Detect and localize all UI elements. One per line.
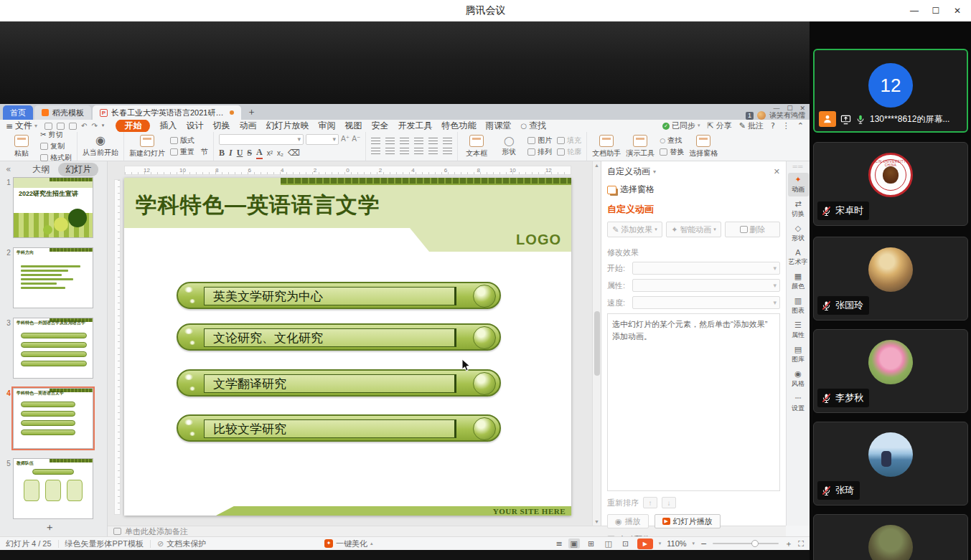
distribute-icon[interactable]: [428, 148, 438, 155]
template-name[interactable]: 绿色矢量形体PPT模板: [65, 538, 144, 549]
add-slide-button[interactable]: ＋: [44, 521, 55, 534]
slide-sorter-view-button[interactable]: ⊞: [586, 538, 597, 549]
participant-tile-screen-share[interactable]: 12 130****8612的屏幕...: [813, 49, 968, 133]
tab-animation[interactable]: 动画: [239, 120, 256, 132]
sidetool-shape[interactable]: ◇形状: [788, 222, 809, 245]
line-spacing-icon[interactable]: [428, 138, 438, 145]
document-protection-status[interactable]: 文档未保护: [166, 538, 206, 549]
slide-3-thumbnail[interactable]: 学科特色—外国语言学及应用语言学: [13, 318, 93, 379]
zoom-level[interactable]: 110%: [667, 539, 686, 548]
sidetool-chart[interactable]: ▥图表: [788, 294, 809, 318]
sidetool-color[interactable]: ▦颜色: [788, 270, 809, 293]
tab-devtools[interactable]: 开发工具: [398, 120, 432, 132]
reset-button[interactable]: 重置节: [170, 147, 208, 157]
layout-button[interactable]: 版式: [170, 136, 208, 146]
tab-view[interactable]: 视图: [344, 120, 362, 132]
print-preview-icon[interactable]: [69, 123, 77, 130]
start-select[interactable]: ▾: [632, 262, 780, 275]
font-family-select[interactable]: ▾: [219, 134, 304, 145]
tab-transition[interactable]: 切换: [212, 120, 230, 132]
tab-document-active[interactable]: P 长春工业大学英语语言2021研究生宣讲: [93, 105, 241, 120]
drag-handle-icon[interactable]: ══: [793, 163, 804, 170]
underline-button[interactable]: U: [237, 148, 243, 158]
paste-button[interactable]: 粘贴: [8, 135, 35, 158]
collapse-ribbon-icon[interactable]: ⌃: [797, 122, 804, 130]
add-effect-button[interactable]: ✎添加效果▾: [607, 222, 662, 237]
smart-animation-button[interactable]: ✦智能动画▾: [666, 222, 721, 237]
tab-insert[interactable]: 插入: [159, 120, 177, 132]
close-pane-icon[interactable]: ✕: [774, 167, 780, 176]
slide-canvas[interactable]: 12108 642 024 6810 12 学科特色—英语语言文学: [108, 161, 601, 526]
slide-1-thumbnail[interactable]: 2022研究生招生宣讲: [13, 177, 93, 238]
collapse-panel-icon[interactable]: «: [6, 165, 11, 174]
canvas-scrollbar[interactable]: ▲ ▼: [592, 161, 601, 526]
slideshow-play-button[interactable]: ▶幻灯片播放: [655, 514, 721, 528]
reading-view-button[interactable]: ◫: [603, 538, 614, 549]
chevron-down-icon[interactable]: ▾: [653, 169, 656, 175]
delete-effect-button[interactable]: 删除: [725, 222, 780, 237]
share-button[interactable]: ⇱分享: [708, 120, 732, 131]
increase-indent-icon[interactable]: [414, 138, 423, 145]
more-icon[interactable]: ⋮: [782, 122, 790, 130]
tab-design[interactable]: 设计: [186, 120, 203, 132]
move-up-button[interactable]: ↑: [643, 497, 657, 508]
zoom-slider[interactable]: [713, 543, 779, 544]
property-select[interactable]: ▾: [632, 279, 780, 292]
shapes-button[interactable]: ◯形状: [495, 136, 522, 157]
slide-5-thumbnail[interactable]: 教师队伍: [13, 458, 93, 519]
bold-button[interactable]: B: [219, 148, 225, 158]
increase-font-icon[interactable]: A⁺: [341, 136, 350, 143]
replace-button[interactable]: 替换: [660, 147, 684, 157]
slide-bullet-pill-4[interactable]: 比较文学研究: [177, 414, 501, 442]
tab-start[interactable]: 开始: [116, 119, 150, 133]
picture-button[interactable]: 图片: [527, 136, 552, 146]
close-icon[interactable]: ✕: [947, 6, 968, 16]
numbered-list-icon[interactable]: [385, 138, 395, 145]
participant-tile[interactable]: 李梦秋: [813, 329, 968, 413]
font-color-button[interactable]: A: [256, 147, 263, 159]
zoom-out-icon[interactable]: −: [700, 540, 707, 548]
sync-status[interactable]: ✓已同步▾: [662, 120, 700, 131]
scrollbar-thumb[interactable]: [594, 311, 600, 376]
bullet-list-icon[interactable]: [371, 138, 380, 145]
section-button[interactable]: 节: [201, 147, 208, 157]
clear-format-icon[interactable]: ⌫: [288, 148, 300, 157]
slide-editing-surface[interactable]: 学科特色—英语语言文学 LOGO 英美文学研究为中心 文论研究、文化研究: [124, 178, 571, 516]
sidetool-animation[interactable]: ✦动画: [788, 173, 809, 196]
undo-icon[interactable]: ↶: [81, 123, 87, 130]
notes-toggle-icon[interactable]: ≡: [556, 540, 563, 548]
text-direction-icon[interactable]: [443, 138, 452, 145]
arrange-button[interactable]: 排列: [527, 147, 552, 157]
slide-title[interactable]: 学科特色—英语语言文学: [136, 191, 380, 220]
slide-bullet-pill-3[interactable]: 文学翻译研究: [177, 369, 501, 397]
maximize-icon[interactable]: ☐: [925, 6, 947, 16]
participant-tile[interactable]: 张琦: [813, 422, 968, 506]
tab-home[interactable]: 首页: [3, 105, 33, 120]
sidetool-properties[interactable]: ☰属性: [788, 318, 809, 342]
decrease-font-icon[interactable]: A⁻: [352, 136, 360, 143]
play-slideshow-button[interactable]: ▶: [637, 538, 653, 549]
animation-list[interactable]: 选中幻灯片的某个元素，然后单击“添加效果”添加动画。: [607, 313, 780, 491]
notification-badge[interactable]: 1: [746, 112, 754, 120]
speed-select[interactable]: ▾: [632, 296, 780, 309]
textbox-button[interactable]: 文本框: [463, 135, 490, 158]
tab-security[interactable]: 安全: [371, 120, 388, 132]
outline-tab[interactable]: 大纲: [32, 163, 50, 176]
tab-rain-classroom[interactable]: 雨课堂: [485, 120, 511, 132]
participant-tile-partial[interactable]: [813, 514, 968, 560]
columns-icon[interactable]: [443, 148, 452, 155]
user-avatar[interactable]: [757, 111, 766, 120]
customize-toolbar-icon[interactable]: ▾: [102, 123, 105, 128]
slide-bullet-pill-2[interactable]: 文论研究、文化研究: [177, 323, 501, 351]
comment-button[interactable]: ✎批注: [739, 120, 764, 131]
align-right-icon[interactable]: [400, 148, 409, 155]
justify-icon[interactable]: [414, 148, 423, 155]
selection-pane-button[interactable]: 选择窗格: [607, 184, 780, 196]
selection-pane-button[interactable]: 选择窗格: [689, 135, 718, 158]
slide-4-thumbnail-selected[interactable]: 学科特色—英语语言文学: [13, 388, 93, 449]
fit-screen-icon[interactable]: ⛶: [798, 540, 804, 548]
save-icon[interactable]: [44, 123, 52, 130]
doc-assistant-button[interactable]: 文档助手: [592, 135, 621, 158]
find-button[interactable]: ○查找: [660, 136, 684, 146]
scroll-up-icon[interactable]: ▲: [594, 163, 599, 168]
